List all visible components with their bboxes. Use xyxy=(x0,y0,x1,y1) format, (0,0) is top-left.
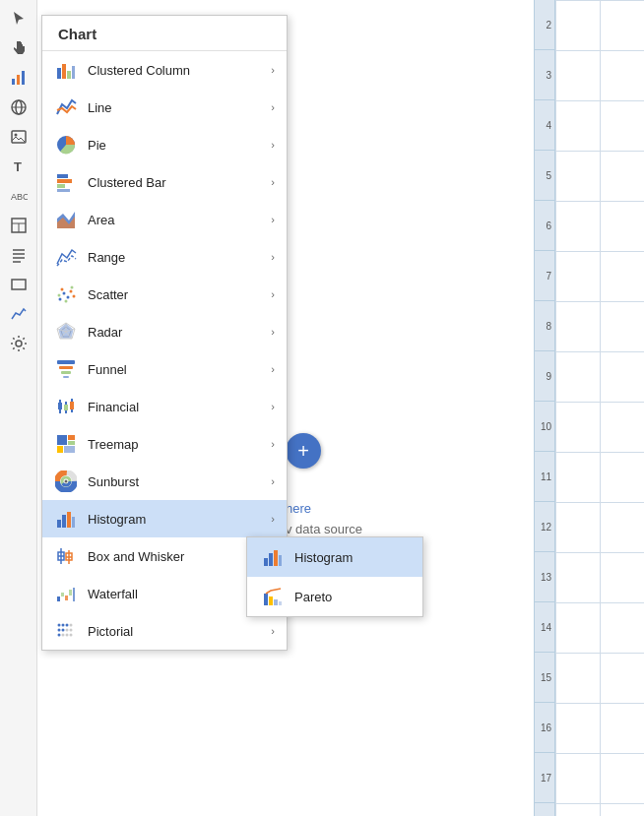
pictorial-label: Pictorial xyxy=(88,624,271,639)
waterfall-label: Waterfall xyxy=(88,587,271,601)
ruler-tick-10: 10 xyxy=(535,402,554,452)
ruler-tick-7: 7 xyxy=(535,251,554,301)
cursor-tool-button[interactable] xyxy=(4,5,33,32)
menu-item-clustered-bar[interactable]: Clustered Bar › xyxy=(42,163,287,201)
svg-rect-96 xyxy=(269,553,273,566)
menu-item-sunburst[interactable]: Sunburst › xyxy=(42,463,287,500)
submenu-pareto-label: Pareto xyxy=(294,590,332,604)
histogram-submenu: Histogram Pareto xyxy=(246,536,423,617)
svg-rect-71 xyxy=(72,517,75,528)
treemap-icon xyxy=(54,432,78,456)
submenu-item-pareto[interactable]: Pareto xyxy=(247,577,422,616)
menu-item-scatter[interactable]: Scatter › xyxy=(42,276,287,313)
menu-item-financial[interactable]: Financial › xyxy=(42,388,287,425)
menu-item-line[interactable]: Line › xyxy=(42,89,287,126)
rect-toolbar-button[interactable] xyxy=(4,271,33,298)
submenu-item-histogram[interactable]: Histogram xyxy=(247,537,422,577)
clustered-bar-icon xyxy=(54,170,78,194)
svg-rect-56 xyxy=(70,402,74,409)
table-toolbar-button[interactable] xyxy=(4,212,33,239)
grid-lines xyxy=(555,0,644,816)
svg-point-7 xyxy=(14,134,17,137)
image-toolbar-button[interactable] xyxy=(4,123,33,151)
box-and-whisker-icon xyxy=(54,544,78,568)
menu-item-funnel[interactable]: Funnel › xyxy=(42,350,287,388)
svg-point-85 xyxy=(66,624,69,627)
sunburst-chevron: › xyxy=(271,475,275,487)
bg-datasource-text: v data source xyxy=(286,522,362,536)
svg-rect-22 xyxy=(72,66,75,79)
chart-toolbar-button[interactable] xyxy=(4,64,33,92)
clustered-column-chevron: › xyxy=(271,64,275,76)
financial-chevron: › xyxy=(271,401,275,412)
svg-rect-2 xyxy=(22,71,25,85)
svg-rect-97 xyxy=(274,550,278,566)
text-toolbar-button[interactable]: T xyxy=(4,153,33,180)
sunburst-icon xyxy=(54,470,78,493)
svg-rect-58 xyxy=(68,435,75,440)
line-label: Line xyxy=(88,100,271,115)
svg-rect-70 xyxy=(67,512,71,528)
svg-point-31 xyxy=(63,292,66,295)
svg-point-89 xyxy=(58,634,61,637)
radar-chevron: › xyxy=(271,326,275,338)
svg-point-91 xyxy=(66,634,69,637)
pictorial-chevron: › xyxy=(271,625,275,637)
ruler-tick-9: 9 xyxy=(535,351,554,402)
svg-rect-102 xyxy=(279,601,282,605)
svg-rect-1 xyxy=(17,75,20,85)
line-chart-toolbar-button[interactable] xyxy=(4,300,33,328)
menu-item-range[interactable]: Range › xyxy=(42,238,287,276)
pie-icon xyxy=(54,133,78,157)
svg-point-90 xyxy=(62,634,65,637)
settings-toolbar-button[interactable] xyxy=(4,330,33,357)
menu-item-area[interactable]: Area › xyxy=(42,201,287,238)
svg-rect-52 xyxy=(58,403,62,409)
range-label: Range xyxy=(88,250,271,265)
ruler-tick-8: 8 xyxy=(535,301,554,351)
ruler-tick-12: 12 xyxy=(535,502,554,552)
abc-toolbar-button[interactable]: ABC xyxy=(4,182,33,210)
menu-item-treemap[interactable]: Treemap › xyxy=(42,425,287,463)
svg-rect-100 xyxy=(269,596,273,605)
menu-item-clustered-column[interactable]: Clustered Column › xyxy=(42,51,287,89)
treemap-label: Treemap xyxy=(88,437,271,452)
svg-rect-101 xyxy=(274,599,278,605)
svg-rect-61 xyxy=(64,446,75,453)
histogram-icon xyxy=(54,507,78,531)
ruler: 2 3 4 5 6 7 8 9 10 11 12 13 14 15 16 17 xyxy=(534,0,555,816)
line-chevron: › xyxy=(271,101,275,113)
svg-rect-0 xyxy=(12,79,15,85)
svg-rect-98 xyxy=(279,555,282,566)
menu-item-pie[interactable]: Pie › xyxy=(42,126,287,163)
globe-toolbar-button[interactable] xyxy=(4,94,33,121)
ruler-tick-6: 6 xyxy=(535,201,554,251)
svg-point-38 xyxy=(58,294,61,297)
svg-point-84 xyxy=(62,624,65,627)
svg-rect-19 xyxy=(57,68,61,79)
svg-rect-68 xyxy=(57,520,61,528)
svg-rect-50 xyxy=(63,376,69,378)
scatter-icon xyxy=(54,282,78,306)
list-toolbar-button[interactable] xyxy=(4,241,33,269)
svg-rect-78 xyxy=(57,596,60,601)
funnel-label: Funnel xyxy=(88,362,271,377)
hand-tool-button[interactable] xyxy=(4,34,33,62)
add-chart-button[interactable]: + xyxy=(286,433,321,469)
bg-link-here[interactable]: here xyxy=(286,501,311,516)
svg-point-18 xyxy=(16,341,22,346)
radar-label: Radar xyxy=(88,325,271,340)
range-chevron: › xyxy=(271,251,275,263)
radar-icon xyxy=(54,320,78,344)
scatter-chevron: › xyxy=(271,288,275,300)
svg-rect-69 xyxy=(62,515,66,528)
svg-point-36 xyxy=(65,300,68,303)
menu-item-radar[interactable]: Radar › xyxy=(42,313,287,350)
menu-item-pictorial[interactable]: Pictorial › xyxy=(42,612,287,650)
funnel-chevron: › xyxy=(271,363,275,375)
menu-item-histogram[interactable]: Histogram › xyxy=(42,500,287,537)
svg-rect-24 xyxy=(57,174,68,178)
pie-label: Pie xyxy=(88,138,271,153)
submenu-histogram-label: Histogram xyxy=(294,550,353,565)
ruler-tick-14: 14 xyxy=(535,602,554,653)
